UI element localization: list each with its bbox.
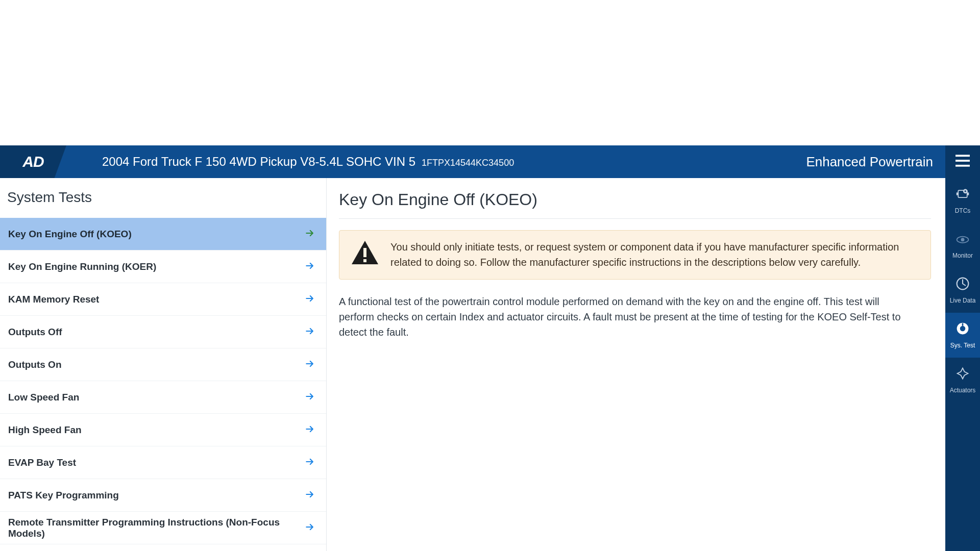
svg-point-14 (960, 326, 966, 332)
hamburger-icon (955, 155, 970, 169)
warning-text: You should only initiate tests, or reque… (390, 240, 919, 270)
arrow-right-icon (305, 457, 315, 469)
menu-button[interactable] (945, 145, 980, 178)
nav-label: Live Data (950, 297, 976, 304)
nav-label: Sys. Test (950, 342, 975, 349)
monitor-icon (955, 232, 970, 248)
content-description: A functional test of the powertrain cont… (339, 294, 916, 340)
nav-live-data[interactable]: Live Data (945, 268, 980, 313)
test-item-label: Outputs Off (8, 327, 62, 338)
test-item-label: Low Speed Fan (8, 392, 79, 403)
test-item-label: KAM Memory Reset (8, 294, 99, 305)
nav-sys-test[interactable]: Sys. Test (945, 313, 980, 358)
test-item-label: High Speed Fan (8, 424, 82, 436)
arrow-right-icon (305, 261, 315, 273)
test-item[interactable]: Outputs Off (0, 316, 326, 348)
svg-rect-8 (967, 192, 969, 195)
body: System Tests Key On Engine Off (KOEO)Key… (0, 178, 980, 551)
top-bar: AD 2004 Ford Truck F 150 4WD Pickup V8-5… (0, 145, 980, 178)
whitespace-top (0, 0, 980, 145)
svg-point-11 (961, 238, 965, 241)
tests-list: Key On Engine Off (KOEO)Key On Engine Ru… (0, 218, 326, 544)
test-item[interactable]: Outputs On (0, 348, 326, 381)
dtcs-icon (955, 187, 970, 203)
nav-label: Monitor (952, 252, 973, 259)
logo: AD (0, 145, 66, 178)
right-nav: DTCsMonitorLive DataSys. TestActuators (945, 178, 980, 551)
live-data-icon (955, 277, 970, 293)
nav-monitor[interactable]: Monitor (945, 223, 980, 268)
sys-test-icon (955, 321, 970, 338)
test-item[interactable]: Low Speed Fan (0, 381, 326, 414)
arrow-right-icon (305, 359, 315, 371)
arrow-right-icon (305, 391, 315, 404)
test-item-label: PATS Key Programming (8, 490, 119, 501)
vehicle-description: 2004 Ford Truck F 150 4WD Pickup V8-5.4L… (102, 155, 415, 169)
test-item[interactable]: Key On Engine Running (KOER) (0, 251, 326, 283)
test-item[interactable]: Remote Transmitter Programming Instructi… (0, 512, 326, 544)
test-item[interactable]: Key On Engine Off (KOEO) (0, 218, 326, 251)
arrow-right-icon (305, 424, 315, 436)
test-item-label: EVAP Bay Test (8, 457, 76, 468)
svg-rect-5 (363, 259, 366, 262)
nav-dtcs[interactable]: DTCs (945, 178, 980, 223)
sidebar-tests: System Tests Key On Engine Off (KOEO)Key… (0, 178, 327, 551)
logo-text: AD (22, 153, 43, 170)
svg-rect-1 (955, 160, 970, 162)
nav-actuators[interactable]: Actuators (945, 358, 980, 403)
content-panel: Key On Engine Off (KOEO) You should only… (327, 178, 945, 551)
test-item[interactable]: PATS Key Programming (0, 479, 326, 512)
nav-label: DTCs (955, 207, 971, 214)
test-item-label: Remote Transmitter Programming Instructi… (8, 517, 305, 539)
nav-label: Actuators (950, 387, 976, 394)
arrow-right-icon (305, 293, 315, 306)
warning-icon (351, 240, 379, 267)
sidebar-title: System Tests (0, 178, 326, 218)
test-item-label: Key On Engine Off (KOEO) (8, 229, 132, 240)
arrow-right-icon (305, 326, 315, 338)
warning-box: You should only initiate tests, or reque… (339, 230, 931, 280)
actuators-icon (955, 366, 970, 383)
vehicle-info: 2004 Ford Truck F 150 4WD Pickup V8-5.4L… (102, 155, 514, 169)
svg-rect-2 (955, 165, 970, 167)
vehicle-vin: 1FTPX14544KC34500 (422, 158, 514, 168)
divider (339, 218, 931, 219)
content-title: Key On Engine Off (KOEO) (339, 190, 931, 209)
arrow-right-icon (305, 228, 315, 240)
svg-rect-0 (955, 155, 970, 157)
test-item[interactable]: High Speed Fan (0, 414, 326, 446)
svg-rect-7 (957, 192, 959, 195)
mode-label: Enhanced Powertrain (806, 154, 933, 170)
test-item[interactable]: KAM Memory Reset (0, 283, 326, 316)
arrow-right-icon (305, 522, 315, 534)
arrow-right-icon (305, 489, 315, 502)
test-item-label: Key On Engine Running (KOER) (8, 261, 156, 272)
test-item-label: Outputs On (8, 359, 61, 370)
test-item[interactable]: EVAP Bay Test (0, 446, 326, 479)
svg-rect-4 (363, 248, 366, 257)
